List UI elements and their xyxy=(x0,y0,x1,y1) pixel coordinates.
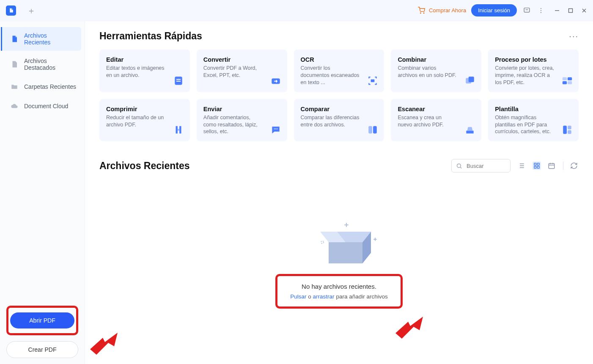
app-logo[interactable] xyxy=(6,5,16,16)
card-desc: Convertir PDF a Word, Excel, PPT, etc. xyxy=(203,65,263,79)
card-title: Combinar xyxy=(398,56,475,63)
close-button[interactable] xyxy=(581,8,587,14)
card-compare[interactable]: Comparar Comparar las diferencias entre … xyxy=(294,99,384,142)
window-controls xyxy=(554,8,587,14)
buy-now-link[interactable]: Comprar Ahora xyxy=(417,6,466,15)
compress-icon xyxy=(173,124,184,135)
svg-point-4 xyxy=(541,10,541,11)
sidebar-item-label: Archivos Recientes xyxy=(24,32,73,46)
quick-tools-title: Herramientas Rápidas xyxy=(99,30,202,42)
svg-rect-20 xyxy=(369,126,373,134)
svg-rect-30 xyxy=(549,164,555,169)
card-desc: Editar textos e imágenes en un archivo. xyxy=(106,65,165,79)
card-desc: Reducir el tamaño de un archivo PDF. xyxy=(106,114,165,129)
card-edit[interactable]: Editar Editar textos e imágenes en un ar… xyxy=(99,49,190,92)
card-desc: Añadir comentarios, como resaltados, láp… xyxy=(203,114,263,136)
buy-now-label: Comprar Ahora xyxy=(429,7,466,14)
svg-rect-7 xyxy=(175,77,182,85)
maximize-button[interactable] xyxy=(568,8,574,14)
sidebar-item-starred-files[interactable]: Archivos Destacados xyxy=(1,52,85,76)
star-file-icon xyxy=(11,60,18,68)
divider xyxy=(563,161,563,170)
card-title: Plantilla xyxy=(495,106,572,112)
sidebar-bottom: Abrir PDF Crear PDF xyxy=(0,306,85,358)
svg-rect-22 xyxy=(563,126,567,134)
svg-point-25 xyxy=(457,164,461,167)
card-desc: Comparar las diferencias entre dos archi… xyxy=(301,114,360,129)
search-box[interactable] xyxy=(451,159,511,172)
card-desc: Escanea y crea un nuevo archivo PDF. xyxy=(398,114,457,129)
convert-icon xyxy=(270,75,281,86)
quick-tools-more-button[interactable]: ··· xyxy=(569,31,579,41)
svg-rect-14 xyxy=(568,77,572,80)
svg-rect-21 xyxy=(373,126,377,134)
template-icon xyxy=(562,124,573,135)
click-link[interactable]: Pulsar xyxy=(290,293,306,300)
card-compress[interactable]: Comprimir Reducir el tamaño de un archiv… xyxy=(99,99,190,142)
search-input[interactable] xyxy=(466,162,506,170)
recent-files-header: Archivos Recientes xyxy=(99,159,579,172)
feedback-icon[interactable] xyxy=(522,6,531,15)
card-send[interactable]: Enviar Añadir comentarios, como resaltad… xyxy=(197,99,287,142)
more-menu-icon[interactable] xyxy=(536,6,546,15)
drag-link[interactable]: arrastrar xyxy=(313,293,335,300)
cart-icon xyxy=(417,6,426,15)
titlebar-right: Comprar Ahora Iniciar sesión xyxy=(417,4,587,16)
batch-icon xyxy=(562,75,573,86)
recent-files-toolbar xyxy=(451,159,579,172)
card-ocr[interactable]: OCR Convertir los documentos escaneados … xyxy=(294,49,384,92)
sidebar-item-document-cloud[interactable]: Document Cloud xyxy=(1,97,85,115)
annotation-frame-empty-state: No hay archivos recientes. Pulsar o arra… xyxy=(275,274,402,309)
svg-rect-33 xyxy=(329,242,362,263)
sidebar-item-label: Archivos Destacados xyxy=(24,57,76,71)
svg-point-1 xyxy=(424,13,424,13)
titlebar: ＋ Comprar Ahora Iniciar sesión xyxy=(0,0,593,21)
svg-rect-23 xyxy=(568,126,571,130)
comment-icon xyxy=(270,124,281,135)
card-desc: Convierte por lotes, crea, imprime, real… xyxy=(495,65,554,86)
card-template[interactable]: Plantilla Obtén magníficas plantillas en… xyxy=(488,99,579,142)
view-list-button[interactable] xyxy=(517,161,526,170)
empty-state: No hay archivos recientes. Pulsar o arra… xyxy=(99,219,579,309)
svg-rect-6 xyxy=(569,8,573,12)
sidebar-item-recent-folders[interactable]: Carpetas Recientes xyxy=(1,78,85,96)
svg-rect-2 xyxy=(524,8,530,12)
text-suffix: para añadir archivos xyxy=(336,293,387,300)
svg-point-31 xyxy=(321,241,324,244)
svg-rect-13 xyxy=(563,77,567,80)
svg-rect-12 xyxy=(469,77,474,82)
card-combine[interactable]: Combinar Combinar varios archivos en un … xyxy=(391,49,481,92)
create-pdf-button[interactable]: Crear PDF xyxy=(6,341,78,358)
card-convert[interactable]: Convertir Convertir PDF a Word, Excel, P… xyxy=(197,49,287,92)
card-title: Enviar xyxy=(203,106,280,112)
login-button[interactable]: Iniciar sesión xyxy=(471,4,517,16)
card-title: OCR xyxy=(301,56,378,63)
sidebar-item-label: Carpetas Recientes xyxy=(24,83,76,90)
calendar-icon[interactable] xyxy=(548,161,556,170)
card-title: Editar xyxy=(106,56,183,63)
svg-rect-24 xyxy=(568,130,571,134)
svg-point-0 xyxy=(420,13,421,13)
card-title: Convertir xyxy=(203,56,280,63)
minimize-button[interactable] xyxy=(554,8,560,14)
card-batch[interactable]: Proceso por lotes Convierte por lotes, c… xyxy=(488,49,579,92)
card-scan[interactable]: Escanear Escanea y crea un nuevo archivo… xyxy=(391,99,481,142)
text-or: o xyxy=(308,293,311,300)
open-pdf-button[interactable]: Abrir PDF xyxy=(10,312,74,328)
sidebar-item-label: Document Cloud xyxy=(24,103,68,109)
svg-point-19 xyxy=(277,129,277,129)
refresh-button[interactable] xyxy=(570,161,579,170)
card-title: Comprimir xyxy=(106,106,183,112)
recent-files-icon xyxy=(11,35,18,43)
card-desc: Combinar varios archivos en un solo PDF. xyxy=(398,65,457,79)
view-grid-button[interactable] xyxy=(533,161,541,170)
card-desc: Obtén magníficas plantillas en PDF para … xyxy=(495,114,554,136)
main-content: Herramientas Rápidas ··· Editar Editar t… xyxy=(85,21,593,364)
empty-box-illustration xyxy=(307,219,371,265)
new-tab-button[interactable]: ＋ xyxy=(25,5,38,16)
sidebar-item-recent-files[interactable]: Archivos Recientes xyxy=(1,27,81,51)
annotation-frame-open-pdf: Abrir PDF xyxy=(6,306,78,335)
svg-rect-29 xyxy=(537,167,539,169)
card-desc: Convertir los documentos escaneados en t… xyxy=(301,65,360,86)
sidebar-nav: Archivos Recientes Archivos Destacados C… xyxy=(0,27,85,115)
